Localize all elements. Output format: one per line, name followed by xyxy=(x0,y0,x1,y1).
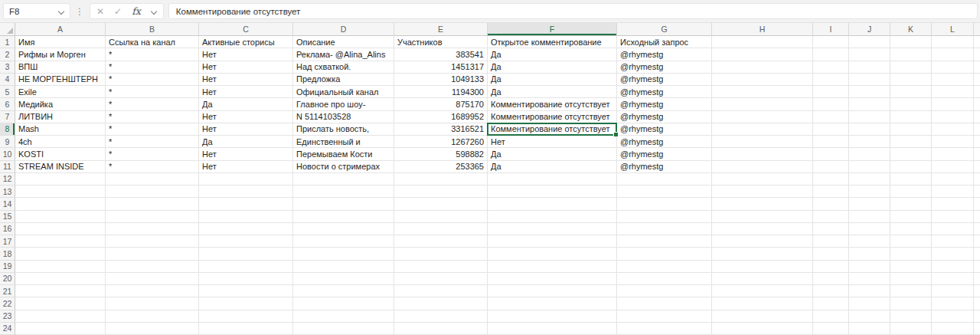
cell-G7[interactable]: @rhymestg xyxy=(617,111,712,123)
cell-K12[interactable] xyxy=(890,173,932,186)
select-all-corner[interactable] xyxy=(0,23,15,36)
cell-B4[interactable]: * xyxy=(106,74,199,86)
row-header-9[interactable]: 9 xyxy=(0,136,15,148)
cell-G24[interactable] xyxy=(617,323,712,335)
cell-K2[interactable] xyxy=(890,48,932,61)
cell-C12[interactable] xyxy=(199,173,293,186)
cell-J7[interactable] xyxy=(849,111,890,123)
cell-B24[interactable] xyxy=(106,323,199,335)
column-header-F[interactable]: F xyxy=(488,23,617,36)
cell-I23[interactable] xyxy=(813,310,849,323)
row-header-2[interactable]: 2 xyxy=(0,48,15,61)
formula-bar-input[interactable]: Комментирование отсутствует xyxy=(168,3,978,19)
cell-K15[interactable] xyxy=(890,211,932,223)
cell-L8[interactable] xyxy=(932,123,974,136)
cell-B13[interactable] xyxy=(106,186,199,198)
cell-partial-19[interactable] xyxy=(974,261,980,273)
cell-A7[interactable]: ЛИТВИН xyxy=(15,111,106,123)
cell-H14[interactable] xyxy=(712,198,813,210)
cell-H3[interactable] xyxy=(712,61,813,74)
cell-I24[interactable] xyxy=(813,323,849,335)
cell-K24[interactable] xyxy=(890,323,932,335)
cell-E20[interactable] xyxy=(394,273,488,285)
cell-B22[interactable] xyxy=(106,297,199,310)
cell-partial-1[interactable] xyxy=(974,36,980,48)
cell-K21[interactable] xyxy=(890,285,932,297)
cell-F24[interactable] xyxy=(488,323,617,335)
cell-J20[interactable] xyxy=(849,273,890,285)
cell-K8[interactable] xyxy=(890,123,932,136)
cell-H6[interactable] xyxy=(712,98,813,110)
cell-H7[interactable] xyxy=(712,111,813,123)
cell-I17[interactable] xyxy=(813,235,849,248)
cell-F1[interactable]: Открытое комментирование xyxy=(488,36,617,48)
cell-A13[interactable] xyxy=(15,186,106,198)
cell-D13[interactable] xyxy=(293,186,394,198)
cell-K20[interactable] xyxy=(890,273,932,285)
cell-D5[interactable]: Официальный канал xyxy=(293,86,394,98)
cell-D16[interactable] xyxy=(293,223,394,235)
cell-partial-16[interactable] xyxy=(974,223,980,235)
cell-G1[interactable]: Исходный запрос xyxy=(617,36,712,48)
cell-C11[interactable]: Нет xyxy=(199,161,293,173)
cell-L5[interactable] xyxy=(932,86,974,98)
cell-E14[interactable] xyxy=(394,198,488,210)
cell-partial-4[interactable] xyxy=(974,74,980,86)
cell-F10[interactable]: Да xyxy=(488,148,617,160)
cell-J11[interactable] xyxy=(849,161,890,173)
cell-G8[interactable]: @rhymestg xyxy=(617,123,712,136)
row-header-17[interactable]: 17 xyxy=(0,235,15,248)
cell-C9[interactable]: Да xyxy=(199,136,293,148)
row-header-1[interactable]: 1 xyxy=(0,36,15,48)
cell-H20[interactable] xyxy=(712,273,813,285)
cell-L10[interactable] xyxy=(932,148,974,160)
cell-H24[interactable] xyxy=(712,323,813,335)
cell-I11[interactable] xyxy=(813,161,849,173)
chevron-down-icon[interactable] xyxy=(58,8,64,15)
cell-G22[interactable] xyxy=(617,297,712,310)
row-header-16[interactable]: 16 xyxy=(0,223,15,235)
cell-G4[interactable]: @rhymestg xyxy=(617,74,712,86)
cell-D20[interactable] xyxy=(293,273,394,285)
cell-D22[interactable] xyxy=(293,297,394,310)
cell-A16[interactable] xyxy=(15,223,106,235)
cell-I21[interactable] xyxy=(813,285,849,297)
cell-J16[interactable] xyxy=(849,223,890,235)
cell-A5[interactable]: Exile xyxy=(15,86,106,98)
cell-L11[interactable] xyxy=(932,161,974,173)
cell-C15[interactable] xyxy=(199,211,293,223)
cell-A17[interactable] xyxy=(15,235,106,248)
cell-K5[interactable] xyxy=(890,86,932,98)
cell-L18[interactable] xyxy=(932,248,974,260)
row-header-4[interactable]: 4 xyxy=(0,74,15,86)
cell-L12[interactable] xyxy=(932,173,974,186)
cell-D3[interactable]: Над схваткой. xyxy=(293,61,394,74)
cell-L16[interactable] xyxy=(932,223,974,235)
cell-I22[interactable] xyxy=(813,297,849,310)
cell-G6[interactable]: @rhymestg xyxy=(617,98,712,110)
cell-D8[interactable]: Прислать новость, xyxy=(293,123,394,136)
cell-J21[interactable] xyxy=(849,285,890,297)
cell-G16[interactable] xyxy=(617,223,712,235)
cell-I8[interactable] xyxy=(813,123,849,136)
cell-G10[interactable]: @rhymestg xyxy=(617,148,712,160)
cell-F21[interactable] xyxy=(488,285,617,297)
row-header-14[interactable]: 14 xyxy=(0,198,15,210)
cell-C2[interactable]: Нет xyxy=(199,48,293,61)
cell-B18[interactable] xyxy=(106,248,199,260)
cell-H9[interactable] xyxy=(712,136,813,148)
cell-L21[interactable] xyxy=(932,285,974,297)
cell-D15[interactable] xyxy=(293,211,394,223)
cell-partial-17[interactable] xyxy=(974,235,980,248)
cell-L19[interactable] xyxy=(932,261,974,273)
cell-E6[interactable]: 875170 xyxy=(394,98,488,110)
cell-H16[interactable] xyxy=(712,223,813,235)
cell-A3[interactable]: ВПШ xyxy=(15,61,106,74)
cell-partial-13[interactable] xyxy=(974,186,980,198)
row-header-24[interactable]: 24 xyxy=(0,323,15,335)
column-header-D[interactable]: D xyxy=(293,23,394,36)
cell-J4[interactable] xyxy=(849,74,890,86)
row-header-6[interactable]: 6 xyxy=(0,98,15,110)
cell-E11[interactable]: 253365 xyxy=(394,161,488,173)
cell-L24[interactable] xyxy=(932,323,974,335)
